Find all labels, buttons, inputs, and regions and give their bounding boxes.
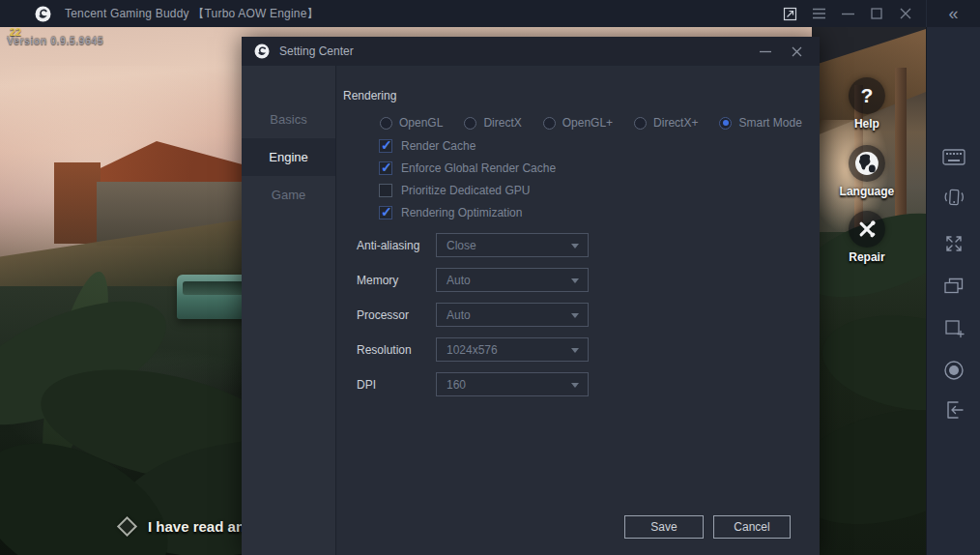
form-row-dpi: DPI 160 [357, 372, 820, 396]
form-row-memory: Memory Auto [357, 268, 820, 292]
chevron-down-icon [571, 278, 579, 283]
maximize-icon[interactable] [862, 0, 891, 27]
language-button[interactable]: Language [830, 145, 904, 198]
processor-select[interactable]: Auto [436, 303, 589, 327]
memory-select[interactable]: Auto [436, 268, 589, 292]
version-label: Version 0.9.5.9645 [7, 35, 103, 46]
checkbox-render-cache[interactable]: Render Cache [379, 139, 820, 153]
tab-basics[interactable]: Basics [242, 101, 335, 138]
help-icon: ? [849, 77, 885, 114]
record-icon[interactable] [940, 359, 967, 382]
form-row-resolution: Resolution 1024x576 [357, 337, 820, 362]
checkbox-box-checked [379, 161, 392, 175]
background-bus [177, 275, 250, 319]
repair-button[interactable]: Repair [830, 211, 904, 264]
radio-circle [380, 117, 392, 130]
repair-tools-icon [849, 211, 885, 248]
dialog-logo-icon [254, 44, 270, 59]
agreement-text: I have read and [148, 518, 253, 535]
radio-circle [543, 117, 556, 130]
resolution-select[interactable]: 1024x576 [436, 337, 589, 362]
radio-circle [464, 117, 476, 130]
fullscreen-icon[interactable] [940, 232, 967, 255]
screenshot-icon[interactable] [940, 317, 967, 340]
radio-opengl-plus[interactable]: OpenGL+ [543, 116, 613, 130]
open-in-new-window-icon[interactable] [775, 0, 804, 27]
radio-smart-mode[interactable]: Smart Mode [719, 116, 801, 130]
help-button[interactable]: ? Help [830, 77, 904, 131]
exit-icon[interactable] [940, 398, 967, 422]
engine-form: Anti-aliasing Close Memory Auto [336, 233, 820, 396]
checkbox-box-checked [379, 139, 392, 153]
minimize-icon[interactable] [833, 0, 862, 27]
radio-directx[interactable]: DirectX [464, 116, 521, 130]
dialog-titlebar: Setting Center [242, 37, 820, 66]
chevron-down-icon [571, 244, 579, 248]
radio-opengl[interactable]: OpenGL [380, 116, 443, 130]
app-logo-icon [35, 6, 51, 22]
shake-phone-icon[interactable] [940, 186, 967, 209]
keyboard-icon[interactable] [940, 145, 967, 168]
checkbox-enforce-global-render-cache[interactable]: Enforce Global Render Cache [379, 161, 820, 175]
dialog-buttons: Save Cancel [624, 515, 791, 539]
tab-engine[interactable]: Engine [242, 138, 335, 176]
checkbox-prioritize-dedicated-gpu[interactable]: Prioritize Dedicated GPU [379, 184, 820, 197]
chevron-down-icon [571, 313, 579, 318]
checkbox-rendering-optimization[interactable]: Rendering Optimization [379, 206, 820, 219]
close-icon[interactable] [891, 0, 920, 27]
dialog-title: Setting Center [279, 44, 354, 58]
radio-circle-selected [719, 117, 732, 130]
rendering-mode-radios: OpenGL DirectX OpenGL+ DirectX+ [380, 116, 820, 130]
floating-tools: ? Help Language R [820, 0, 926, 555]
collapse-rail-icon[interactable]: « [927, 0, 980, 27]
anti-aliasing-select[interactable]: Close [436, 233, 589, 257]
multi-window-icon[interactable] [940, 274, 967, 297]
rendering-section-title: Rendering [343, 89, 820, 102]
engine-settings-panel: Rendering OpenGL DirectX OpenGL+ [336, 66, 820, 555]
rendering-checkboxes: Render Cache Enforce Global Render Cache… [379, 139, 820, 219]
app-window: 22 Version 0.9.5.9645 I have read and ? … [0, 0, 980, 555]
dialog-close-icon[interactable] [786, 41, 807, 62]
cancel-button[interactable]: Cancel [713, 515, 791, 539]
dialog-minimize-icon[interactable] [755, 41, 776, 62]
checkbox-box-unchecked [379, 184, 392, 197]
globe-icon [849, 145, 885, 182]
setting-center-dialog: Setting Center Basics Engine Game Render… [242, 37, 820, 555]
menu-icon[interactable] [804, 0, 833, 27]
radio-directx-plus[interactable]: DirectX+ [634, 116, 698, 130]
chevron-down-icon [571, 348, 579, 353]
window-title: Tencent Gaming Buddy 【Turbo AOW Engine】 [65, 6, 319, 22]
form-row-anti-aliasing: Anti-aliasing Close [357, 233, 820, 257]
dialog-tab-sidebar: Basics Engine Game [242, 66, 336, 555]
right-tool-rail [926, 27, 980, 555]
agreement-row[interactable]: I have read and [120, 518, 253, 535]
form-row-processor: Processor Auto [357, 303, 820, 327]
agreement-checkbox[interactable] [117, 516, 137, 537]
dpi-select[interactable]: 160 [436, 372, 589, 396]
save-button[interactable]: Save [624, 515, 704, 539]
chevron-down-icon [571, 383, 579, 388]
tab-game[interactable]: Game [242, 176, 335, 214]
window-titlebar: Tencent Gaming Buddy 【Turbo AOW Engine】 … [0, 0, 980, 27]
radio-circle [634, 117, 647, 130]
checkbox-box-checked [379, 206, 392, 219]
